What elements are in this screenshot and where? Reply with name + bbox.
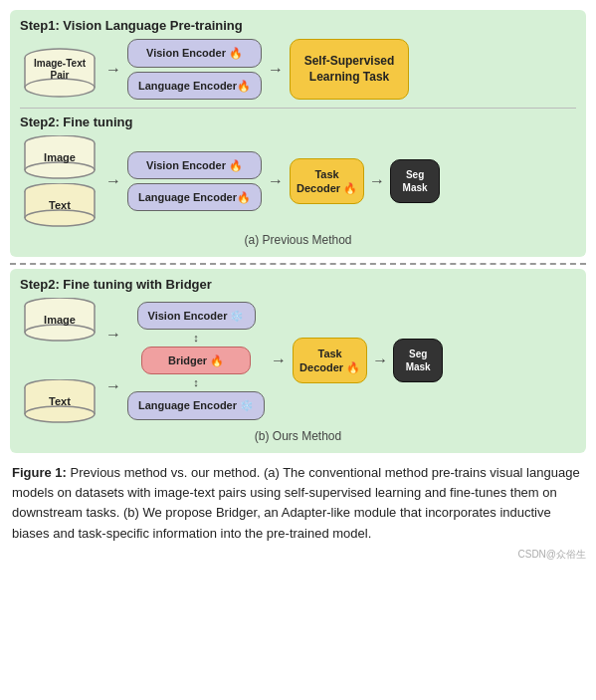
step2a-seg-mask: SegMask — [390, 159, 440, 203]
step2a-image-cylinder: Image — [20, 135, 99, 179]
spacer — [20, 346, 99, 375]
step1-diagram: Image-TextPair → Vision Encoder 🔥 Langua… — [20, 39, 576, 100]
step1-arrow2: → — [268, 61, 284, 79]
step2b-seg-mask: SegMask — [393, 339, 443, 382]
step2a-text-cylinder: Text — [20, 183, 99, 227]
main-container: Step1: Vision Language Pre-training Imag… — [0, 0, 596, 572]
step2a-diagram: Image Text → Vision — [20, 135, 576, 227]
step2a-vision-encoder: Vision Encoder 🔥 — [127, 151, 262, 179]
step2b-image-cylinder: Image — [20, 298, 99, 342]
step1-vision-encoder: Vision Encoder 🔥 — [127, 39, 262, 67]
step2a-inputs: Image Text — [20, 135, 99, 227]
figure-caption: Figure 1: Previous method vs. our method… — [10, 463, 586, 544]
main-divider — [10, 263, 586, 265]
step2b-bold: Step2: — [20, 277, 60, 292]
step2b-text-label: Text — [49, 395, 71, 408]
step2a-image-label: Image — [44, 151, 76, 164]
step2a-text-label: Text — [49, 199, 71, 212]
step2b-subtitle: Fine tuning with Bridger — [60, 277, 212, 292]
svg-point-19 — [25, 325, 95, 341]
step2b-vision-encoder: Vision Encoder ❄️ — [137, 302, 256, 330]
step1-subtitle: Vision Language Pre-training — [60, 18, 243, 33]
step2b-label: Step2: Fine tuning with Bridger — [20, 277, 576, 292]
step2a-subtitle: Fine tuning — [60, 115, 133, 129]
step1-encoders: Vision Encoder 🔥 Language Encoder🔥 — [127, 39, 262, 100]
svg-point-9 — [25, 162, 95, 178]
step2a-right: TaskDecoder 🔥 → SegMask — [290, 158, 440, 205]
svg-point-14 — [25, 210, 95, 226]
step2b-language-encoder: Language Encoder ❄️ — [127, 391, 265, 419]
step1-input-label: Image-TextPair — [34, 58, 86, 82]
step2b-inputs: Image Text — [20, 298, 99, 423]
step1-input-cylinder: Image-TextPair — [20, 48, 99, 92]
step2b-diagram: Image Text → → — [20, 298, 576, 423]
step2a-label: Step2: Fine tuning — [20, 115, 576, 129]
step2b-task-decoder: TaskDecoder 🔥 — [293, 338, 367, 384]
section-bottom: Step2: Fine tuning with Bridger Image — [10, 269, 586, 453]
step2a-arrow3: → — [369, 172, 385, 190]
divider1 — [20, 108, 576, 109]
step2a-arrow2: → — [268, 172, 284, 190]
step1-label: Step1: Vision Language Pre-training — [20, 18, 576, 33]
figure-label: Figure 1: — [12, 465, 67, 480]
step1-output: Self-SupervisedLearning Task — [290, 39, 409, 100]
step2b-middle: Vision Encoder ❄️ ↕ Bridger 🔥 ↕ Language… — [127, 302, 265, 420]
step1-bold: Step1: — [20, 18, 60, 33]
step2a-arrow1: → — [105, 172, 121, 190]
svg-point-24 — [25, 406, 95, 422]
bridger-v-arrows2: ↕ — [193, 377, 199, 388]
step1-arrow1: → — [105, 61, 121, 79]
step2b-text-cylinder: Text — [20, 379, 99, 423]
step2b-arrow3: → — [372, 351, 388, 369]
step2a-task-decoder: TaskDecoder 🔥 — [290, 158, 364, 205]
step2b-caption: (b) Ours Method — [20, 429, 576, 443]
step2b-right: TaskDecoder 🔥 → SegMask — [293, 338, 443, 384]
step2b-arrow-mid: → — [271, 351, 287, 369]
step2a-caption: (a) Previous Method — [20, 233, 576, 247]
step2b-arrows-col: → → — [105, 326, 121, 395]
step1-language-encoder: Language Encoder🔥 — [127, 72, 262, 100]
bridger-v-arrows: ↕ — [193, 333, 199, 344]
step2b-image-label: Image — [44, 314, 76, 327]
step2a-bold: Step2: — [20, 115, 60, 129]
step2a-language-encoder: Language Encoder🔥 — [127, 183, 262, 211]
watermark: CSDN@众俗生 — [10, 548, 586, 562]
step2b-bridger: Bridger 🔥 — [141, 347, 251, 374]
section-top: Step1: Vision Language Pre-training Imag… — [10, 10, 586, 257]
figure-text: Previous method vs. our method. (a) The … — [12, 465, 580, 540]
step2a-encoders: Vision Encoder 🔥 Language Encoder🔥 — [127, 151, 262, 212]
